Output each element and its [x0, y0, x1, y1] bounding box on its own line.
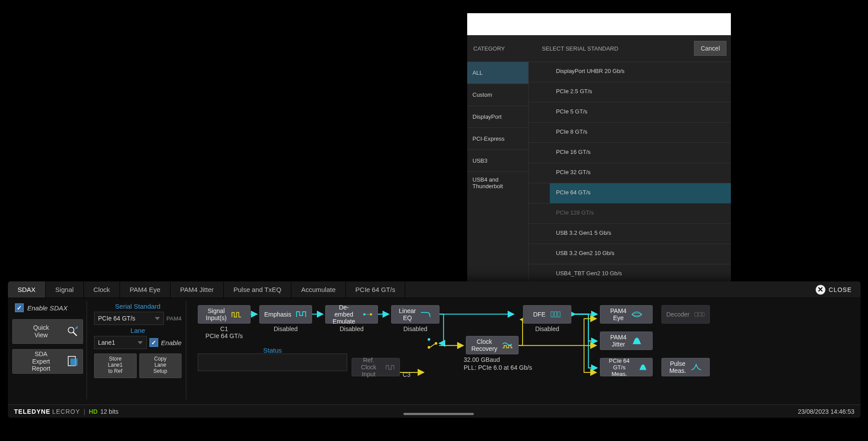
pam4-tag: PAM4 — [167, 315, 182, 322]
category-item-usb3[interactable]: USB3 — [467, 149, 528, 171]
standard-item[interactable]: PCIe 32 GT/s — [550, 163, 731, 183]
mux-switch-icon[interactable] — [426, 337, 439, 350]
status-bar: TELEDYNE LECROY | HD 12 bits 23/08/2023 … — [8, 405, 861, 418]
serial-standard-dropdown[interactable]: PCIe 64 GT/s — [94, 312, 164, 325]
category-list: ALL Custom DisplayPort PCI-Express USB3 … — [467, 62, 529, 295]
copy-lane-button[interactable]: Copy Lane Setup — [139, 354, 182, 378]
histogram-icon — [631, 336, 643, 346]
bits-label: 12 bits — [100, 408, 118, 415]
category-item-custom[interactable]: Custom — [467, 84, 528, 106]
dialog-titlebar — [467, 13, 731, 35]
timestamp: 23/08/2023 14:46:53 — [798, 408, 854, 415]
report-icon — [66, 356, 79, 367]
close-button[interactable]: ✕ CLOSE — [816, 285, 861, 295]
serial-standard-label: Serial Standard — [94, 301, 182, 312]
svg-point-14 — [370, 313, 372, 315]
svg-point-13 — [363, 313, 365, 315]
lane-dropdown[interactable]: Lane1 — [94, 336, 147, 349]
category-item-pci-express[interactable]: PCI-Express — [467, 128, 528, 149]
svg-rect-23 — [695, 313, 698, 316]
linear-eq-status: Disabled — [391, 325, 439, 332]
clock-wave-icon — [385, 362, 395, 372]
standard-item[interactable]: PCIe 5 GT/s — [550, 102, 731, 122]
standard-item[interactable]: DisplayPort UHBR 20 Gb/s — [550, 62, 731, 82]
tab-signal[interactable]: Signal — [46, 281, 84, 298]
filter-icon — [420, 310, 432, 319]
dfe-status: Disabled — [523, 325, 571, 332]
tab-pcie64[interactable]: PCIe 64 GT/s — [346, 281, 406, 298]
svg-line-1 — [73, 332, 77, 336]
emphasis-button[interactable]: Emphasis — [259, 305, 312, 324]
eye-diagram-icon — [631, 310, 643, 319]
standard-header: SELECT SERIAL STANDARD — [529, 45, 694, 52]
svg-rect-21 — [554, 312, 556, 317]
pulse-meas-button[interactable]: Pulse Meas. — [661, 358, 710, 376]
svg-point-0 — [68, 327, 74, 333]
category-item-all[interactable]: ALL — [467, 62, 528, 84]
standard-item[interactable]: PCIe 8 GT/s — [550, 123, 731, 142]
category-item-usb4[interactable]: USB4 and Thunderbolt — [467, 171, 528, 193]
clock-recovery-line1: 32.00 GBaud — [464, 356, 560, 363]
standard-item[interactable]: USB 3.2 Gen1 5 Gb/s — [550, 224, 731, 244]
footer-scrollbar[interactable] — [403, 413, 474, 415]
enable-sdax-label: Enable SDAX — [27, 304, 68, 312]
sdax-panel: SDAX Signal Clock PAM4 Eye PAM4 Jitter P… — [8, 281, 861, 418]
svg-line-19 — [430, 344, 435, 347]
svg-point-16 — [428, 338, 430, 341]
lane-label: Lane — [94, 325, 182, 336]
hd-badge: HD — [89, 408, 98, 415]
ref-clock-status: C3 — [400, 371, 413, 378]
svg-rect-24 — [698, 313, 701, 316]
linear-eq-button[interactable]: Linear EQ — [391, 305, 439, 324]
brand-teledyne: TELEDYNE — [14, 408, 51, 415]
sda-expert-report-button[interactable]: SDA Expert Report — [12, 349, 83, 374]
tab-pam4-jitter[interactable]: PAM4 Jitter — [171, 281, 224, 298]
decoder-icon — [694, 310, 705, 319]
signal-inputs-button[interactable]: Signal Input(s) — [198, 305, 251, 324]
emphasis-status: Disabled — [259, 325, 312, 332]
magnifier-icon — [66, 326, 79, 337]
cancel-button[interactable]: Cancel — [694, 41, 726, 56]
svg-rect-4 — [70, 359, 77, 366]
brand-lecroy: LECROY — [52, 408, 80, 415]
lane-enable-label: Enable — [161, 339, 182, 346]
svg-rect-20 — [551, 312, 553, 317]
store-lane-button[interactable]: Store Lane1 to Ref REF — [94, 354, 137, 378]
standard-item[interactable]: PCIe 16 GT/s — [550, 143, 731, 163]
category-item-displayport[interactable]: DisplayPort — [467, 106, 528, 128]
quick-view-button[interactable]: Quick View — [12, 319, 83, 344]
clock-recovery-button[interactable]: Clock Recovery — [466, 336, 519, 354]
ref-clock-input-button: Ref. Clock Input — [352, 358, 400, 376]
dfe-icon — [550, 310, 561, 319]
tab-sdax[interactable]: SDAX — [8, 281, 46, 298]
network-icon — [362, 310, 373, 319]
serial-standard-value: PCIe 64 GT/s — [98, 315, 135, 322]
clock-recovery-icon — [502, 340, 513, 350]
tab-accumulate[interactable]: Accumulate — [291, 281, 345, 298]
enable-sdax-checkbox[interactable] — [15, 303, 24, 312]
lane-value: Lane1 — [98, 339, 115, 346]
tab-pam4-eye[interactable]: PAM4 Eye — [120, 281, 171, 298]
standard-item[interactable]: PCIe 2.5 GT/s — [550, 82, 731, 102]
standard-item[interactable]: USB 3.2 Gen2 10 Gb/s — [550, 244, 731, 264]
category-header: CATEGORY — [472, 45, 529, 52]
signal-inputs-status: C1 PCIe 64 GT/s — [198, 325, 251, 339]
tab-clock[interactable]: Clock — [84, 281, 120, 298]
standard-list[interactable]: DisplayPort UHBR 20 Gb/s PCIe 2.5 GT/s P… — [529, 62, 731, 295]
dfe-button[interactable]: DFE — [523, 305, 571, 324]
deembed-button[interactable]: De-embed Emulate — [325, 305, 378, 324]
pam4-eye-button[interactable]: PAM4 Eye — [600, 305, 653, 324]
lane-enable-checkbox[interactable] — [149, 338, 158, 347]
tab-bar: SDAX Signal Clock PAM4 Eye PAM4 Jitter P… — [8, 281, 861, 298]
tab-pulse-txeq[interactable]: Pulse and TxEQ — [224, 281, 291, 298]
decoder-button: Decoder — [661, 305, 710, 324]
chevron-down-icon — [138, 341, 143, 344]
close-label: CLOSE — [829, 286, 852, 293]
emphasis-icon — [296, 310, 307, 319]
pcie64-meas-button[interactable]: PCIe 64 GT/s Meas. — [600, 358, 653, 376]
standard-item[interactable]: PCIe 64 GT/s — [550, 183, 731, 203]
histogram-icon — [638, 362, 648, 372]
svg-rect-25 — [702, 313, 704, 316]
clock-recovery-line2: PLL: PCIe 6.0 at 64 Gb/s — [464, 364, 560, 371]
pam4-jitter-button[interactable]: PAM4 Jitter — [600, 332, 653, 350]
